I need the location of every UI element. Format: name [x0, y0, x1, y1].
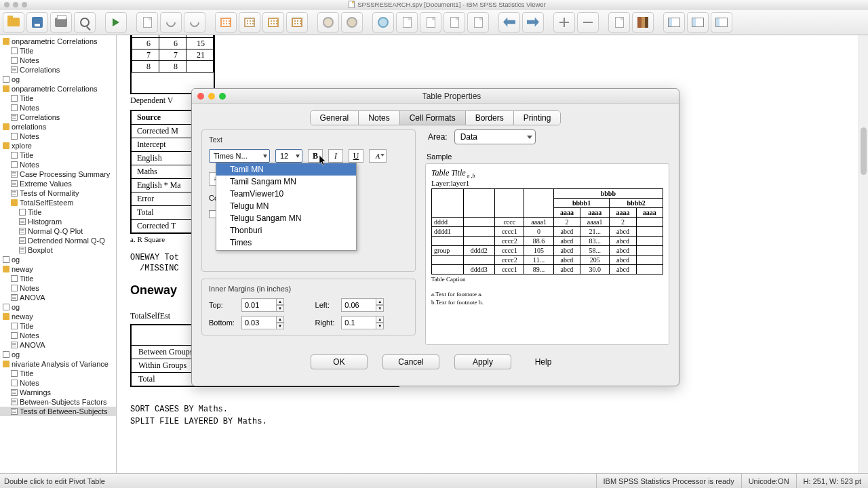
- traffic-close[interactable]: [4, 2, 9, 7]
- outline-item[interactable]: Notes: [0, 160, 116, 169]
- recall-button[interactable]: [136, 12, 158, 33]
- outline-item[interactable]: Detrended Normal Q-Q: [0, 236, 116, 245]
- font-size-combo[interactable]: 12: [275, 149, 302, 163]
- outline-item[interactable]: ANOVA: [0, 293, 116, 302]
- scrollbar-thumb[interactable]: [861, 127, 867, 175]
- font-option[interactable]: Telugu Sangam MN: [216, 212, 356, 224]
- outline-item[interactable]: neway: [0, 264, 116, 274]
- grid-button-1[interactable]: [215, 12, 237, 33]
- apply-button[interactable]: Apply: [454, 354, 511, 369]
- font-option[interactable]: Tamil MN: [216, 163, 356, 176]
- outline-item[interactable]: Notes: [0, 283, 116, 293]
- outline-item[interactable]: Title: [0, 46, 116, 56]
- print-button[interactable]: [50, 12, 72, 33]
- outline-pane[interactable]: onparametric CorrelationsTitleNotesCorre…: [0, 35, 117, 473]
- outline-item[interactable]: og: [0, 302, 116, 312]
- underline-button[interactable]: U: [349, 149, 363, 163]
- outline-item[interactable]: Notes: [0, 131, 116, 141]
- outline-item[interactable]: Title: [0, 321, 116, 331]
- outline-item[interactable]: Normal Q-Q Plot: [0, 226, 116, 236]
- doc-button-2[interactable]: [420, 12, 441, 33]
- italic-button[interactable]: I: [328, 149, 343, 163]
- outline-item[interactable]: Case Processing Summary: [0, 169, 116, 179]
- outline-item[interactable]: Notes: [0, 331, 116, 340]
- outline-item[interactable]: xplore: [0, 141, 116, 150]
- font-option[interactable]: Thonburi: [216, 224, 356, 237]
- dialog-min-icon[interactable]: [208, 93, 215, 100]
- font-family-combo[interactable]: Times N...: [209, 149, 270, 163]
- outline-item[interactable]: Title: [0, 150, 116, 160]
- chart-button-1[interactable]: [317, 12, 339, 33]
- outline-item[interactable]: Tests of Normality: [0, 188, 116, 198]
- nav-back-button[interactable]: [498, 12, 520, 33]
- plus-button[interactable]: [553, 12, 575, 33]
- nav-fwd-button[interactable]: [522, 12, 544, 33]
- grid-button-2[interactable]: [239, 12, 260, 33]
- margin-top-input[interactable]: ▲▼: [241, 298, 309, 312]
- export-button[interactable]: [105, 12, 127, 33]
- outline-item[interactable]: onparametric Correlations: [0, 37, 116, 46]
- cancel-button[interactable]: Cancel: [382, 354, 439, 369]
- margin-bottom-input[interactable]: ▲▼: [241, 316, 309, 329]
- save-button[interactable]: [26, 12, 48, 33]
- ok-button[interactable]: OK: [311, 354, 368, 369]
- tab-cell-formats[interactable]: Cell Formats: [400, 111, 466, 125]
- chart-button-2[interactable]: [341, 12, 363, 33]
- tab-printing[interactable]: Printing: [514, 111, 561, 125]
- help-button[interactable]: Help: [526, 354, 560, 369]
- dialog-close-icon[interactable]: [197, 93, 204, 100]
- outline-item[interactable]: onparametric Correlations: [0, 84, 116, 94]
- outline-item[interactable]: ANOVA: [0, 340, 116, 350]
- outline-item[interactable]: Correlations: [0, 113, 116, 122]
- pane-button-2[interactable]: [687, 12, 709, 33]
- outline-item[interactable]: Boxplot: [0, 245, 116, 255]
- outline-item[interactable]: neway: [0, 312, 116, 321]
- bookmark-button[interactable]: [608, 12, 630, 33]
- pane-button-3[interactable]: [711, 12, 732, 33]
- undo-button[interactable]: [160, 12, 182, 33]
- outline-item[interactable]: og: [0, 255, 116, 264]
- font-dropdown-list[interactable]: Tamil MNTamil Sangam MNTeamViewer10Telug…: [216, 163, 357, 251]
- font-option[interactable]: TeamViewer10: [216, 188, 356, 200]
- outline-item[interactable]: og: [0, 350, 116, 359]
- outline-item[interactable]: Notes: [0, 56, 116, 65]
- outline-item[interactable]: Between-Subjects Factors: [0, 397, 116, 407]
- traffic-min[interactable]: [13, 2, 18, 7]
- content-scrollbar[interactable]: [859, 35, 868, 473]
- outline-item[interactable]: Title: [0, 207, 116, 217]
- dialog-titlebar[interactable]: Table Properties: [192, 89, 679, 104]
- outline-item[interactable]: Histogram: [0, 217, 116, 226]
- open-button[interactable]: [3, 12, 24, 33]
- minus-button[interactable]: [577, 12, 599, 33]
- margin-right-input[interactable]: ▲▼: [341, 316, 408, 329]
- outline-item[interactable]: Notes: [0, 378, 116, 388]
- pane-button-1[interactable]: [663, 12, 685, 33]
- outline-item[interactable]: Extreme Values: [0, 179, 116, 188]
- doc-button-1[interactable]: [396, 12, 418, 33]
- traffic-zoom[interactable]: [22, 2, 27, 7]
- outline-item[interactable]: og: [0, 75, 116, 84]
- tab-borders[interactable]: Borders: [466, 111, 514, 125]
- tab-general[interactable]: General: [311, 111, 359, 125]
- tab-notes[interactable]: Notes: [359, 111, 399, 125]
- outline-item[interactable]: Notes: [0, 103, 116, 113]
- grid-button-4[interactable]: [286, 12, 308, 33]
- redo-button[interactable]: [184, 12, 205, 33]
- doc-button-3[interactable]: [443, 12, 465, 33]
- globe-button[interactable]: [372, 12, 394, 33]
- font-option[interactable]: Telugu MN: [216, 200, 356, 212]
- doc-button-4[interactable]: [467, 12, 489, 33]
- preview-button[interactable]: [74, 12, 96, 33]
- outline-item[interactable]: Title: [0, 369, 116, 378]
- outline-item[interactable]: TotalSelfEsteem: [0, 198, 116, 207]
- font-option[interactable]: Times: [216, 237, 356, 249]
- margin-left-input[interactable]: ▲▼: [341, 298, 408, 312]
- font-option[interactable]: Times New Roman: [216, 249, 356, 251]
- library-button[interactable]: [632, 12, 654, 33]
- outline-item[interactable]: Correlations: [0, 65, 116, 75]
- outline-item[interactable]: Tests of Between-Subjects: [0, 407, 116, 416]
- outline-item[interactable]: orrelations: [0, 122, 116, 131]
- text-color-button[interactable]: A: [369, 149, 387, 163]
- font-option[interactable]: Tamil Sangam MN: [216, 176, 356, 188]
- outline-item[interactable]: Title: [0, 274, 116, 283]
